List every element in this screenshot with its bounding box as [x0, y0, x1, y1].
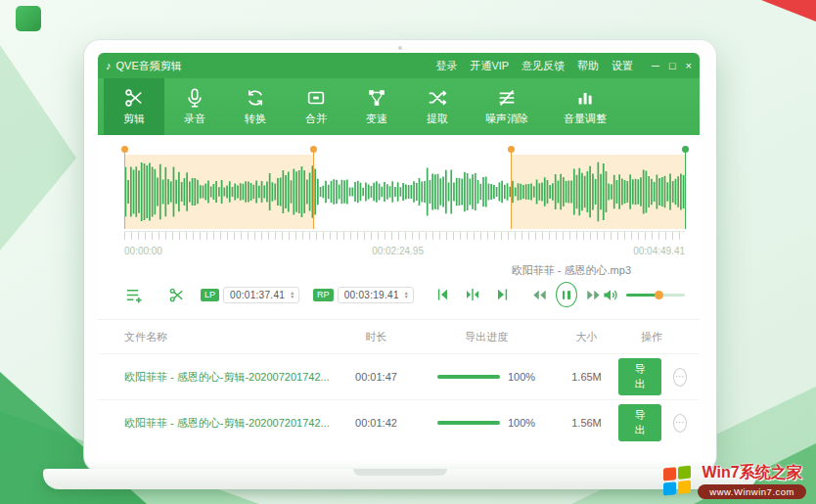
convert-arrows-icon [245, 87, 266, 109]
menu-login[interactable]: 登录 [435, 59, 457, 73]
rp-spinner[interactable]: ▲ ▼ [404, 291, 409, 298]
noise-removal-icon [496, 87, 518, 109]
seek-to-cursor-button[interactable] [465, 287, 480, 302]
file-duration: 00:01:47 [335, 371, 418, 383]
tab-convert[interactable]: 转换 [225, 78, 286, 135]
marker-lp[interactable] [313, 149, 314, 229]
minimize-button[interactable]: ─ [652, 61, 659, 71]
windows-flag-icon [663, 465, 693, 497]
tab-merge[interactable]: 合并 [286, 78, 346, 135]
camera-dot [398, 46, 402, 50]
tab-extract[interactable]: 提取 [407, 78, 468, 135]
volume-fill [626, 294, 658, 297]
maximize-button[interactable]: □ [669, 61, 676, 71]
app-title: QVE音频剪辑 [116, 59, 182, 73]
pause-button[interactable] [556, 282, 577, 307]
table-header: 文件名称 时长 导出进度 大小 操作 [98, 320, 700, 353]
timeline-ruler[interactable] [124, 231, 685, 240]
cut-button[interactable] [168, 287, 185, 303]
time-labels: 00:00:00 00:02:24.95 00:04:49.41 [124, 240, 685, 263]
shuffle-icon [427, 87, 448, 109]
col-duration: 时长 [335, 330, 418, 344]
spinner-down-icon: ▼ [290, 295, 295, 298]
forward-button[interactable] [585, 288, 602, 302]
volume-slider[interactable] [626, 290, 685, 299]
speaker-icon[interactable] [602, 287, 618, 303]
waveform-panel: 00:00:00 00:02:24.95 00:04:49.41 [98, 135, 700, 263]
site-logo-square [16, 6, 41, 31]
file-name[interactable]: 欧阳菲菲 - 感恩的心-剪辑-202007201742... [124, 370, 335, 385]
file-size: 1.65M [555, 371, 618, 383]
music-note-icon: ♪ [106, 60, 112, 71]
table-row[interactable]: 欧阳菲菲 - 感恩的心-剪辑-202007201742... 00:01:42 … [98, 399, 700, 445]
toolbar: 剪辑 录音 转换 [98, 78, 700, 135]
seek-to-start-button[interactable] [435, 287, 451, 302]
menu-settings[interactable]: 设置 [612, 59, 633, 73]
file-name[interactable]: 欧阳菲菲 - 感恩的心-剪辑-202007201742... [124, 416, 335, 431]
transport-bar: LP 00:01:37.41 ▲ ▼ RP 00:03:19.41 ▲ ▼ [98, 278, 700, 311]
col-progress: 导出进度 [418, 330, 555, 344]
col-action: 操作 [618, 330, 685, 344]
volume-knob[interactable] [655, 291, 663, 299]
export-button[interactable]: 导出 [618, 404, 661, 441]
export-button[interactable]: 导出 [618, 358, 661, 395]
export-table: 文件名称 时长 导出进度 大小 操作 欧阳菲菲 - 感恩的心-剪辑-202007… [98, 319, 700, 458]
laptop-notch [353, 469, 447, 476]
tab-record[interactable]: 录音 [164, 78, 225, 135]
right-point-time-input[interactable]: 00:03:19.41 ▲ ▼ [338, 287, 414, 303]
left-point-time-input[interactable]: 00:01:37.41 ▲ ▼ [223, 287, 299, 303]
merge-icon [305, 87, 327, 109]
progress-percent: 100% [508, 417, 535, 429]
file-size: 1.56M [555, 417, 618, 429]
tab-volume-adjust[interactable]: 音量调整 [546, 78, 624, 135]
watermark-title: Win7系统之家 [703, 463, 802, 483]
laptop-mockup: ♪ QVE音频剪辑 登录 开通VIP 意见反馈 帮助 设置 ─ □ × [0, 0, 816, 504]
scissors-icon [123, 87, 145, 109]
app-window: ♪ QVE音频剪辑 登录 开通VIP 意见反馈 帮助 设置 ─ □ × [98, 53, 700, 458]
watermark-url: www.Winwin7.com [698, 484, 806, 499]
time-end-label: 00:04:49.41 [633, 246, 685, 263]
left-point-badge[interactable]: LP [201, 289, 219, 301]
titlebar: ♪ QVE音频剪辑 登录 开通VIP 意见反馈 帮助 设置 ─ □ × [98, 53, 700, 78]
seek-to-end-button[interactable] [494, 287, 510, 302]
file-duration: 00:01:42 [335, 417, 418, 429]
laptop-bezel: ♪ QVE音频剪辑 登录 开通VIP 意见反馈 帮助 设置 ─ □ × [84, 40, 716, 472]
menu-feedback[interactable]: 意见反馈 [521, 59, 565, 73]
more-options-button[interactable]: ⋯ [673, 368, 687, 387]
laptop-base [43, 469, 757, 489]
time-mid-label: 00:02:24.95 [372, 246, 424, 263]
lp-spinner[interactable]: ▲ ▼ [290, 291, 295, 298]
tab-speed[interactable]: 变速 [346, 78, 407, 135]
menu-help[interactable]: 帮助 [577, 59, 599, 73]
time-start-label: 00:00:00 [124, 246, 162, 263]
export-progress: 100% [418, 417, 555, 429]
decor-triangle-left [0, 45, 76, 251]
table-row[interactable]: 欧阳菲菲 - 感恩的心-剪辑-202007201742... 00:01:47 … [98, 353, 700, 399]
speed-icon [366, 87, 387, 109]
right-point-badge[interactable]: RP [313, 289, 334, 301]
spinner-down-icon: ▼ [404, 295, 409, 298]
marker-start[interactable] [124, 149, 125, 229]
now-playing-filename: 欧阳菲菲 - 感恩的心.mp3 [512, 264, 631, 276]
col-size: 大小 [555, 330, 618, 344]
tab-clip[interactable]: 剪辑 [104, 78, 164, 135]
waveform-display[interactable] [124, 155, 685, 229]
rewind-button[interactable] [531, 288, 548, 302]
export-progress: 100% [418, 371, 555, 383]
add-to-list-button[interactable] [124, 286, 143, 304]
marker-end[interactable] [685, 149, 686, 229]
more-options-button[interactable]: ⋯ [673, 414, 687, 433]
col-filename: 文件名称 [124, 330, 335, 344]
corner-ribbon [761, 0, 816, 22]
menu-vip[interactable]: 开通VIP [470, 59, 509, 73]
microphone-icon [184, 87, 205, 109]
marker-rp[interactable] [511, 149, 512, 229]
progress-percent: 100% [508, 371, 535, 383]
tab-noise-removal[interactable]: 噪声消除 [468, 78, 546, 135]
volume-bars-icon [574, 87, 596, 109]
watermark: Win7系统之家 www.Winwin7.com [663, 463, 806, 499]
close-button[interactable]: × [686, 61, 692, 71]
